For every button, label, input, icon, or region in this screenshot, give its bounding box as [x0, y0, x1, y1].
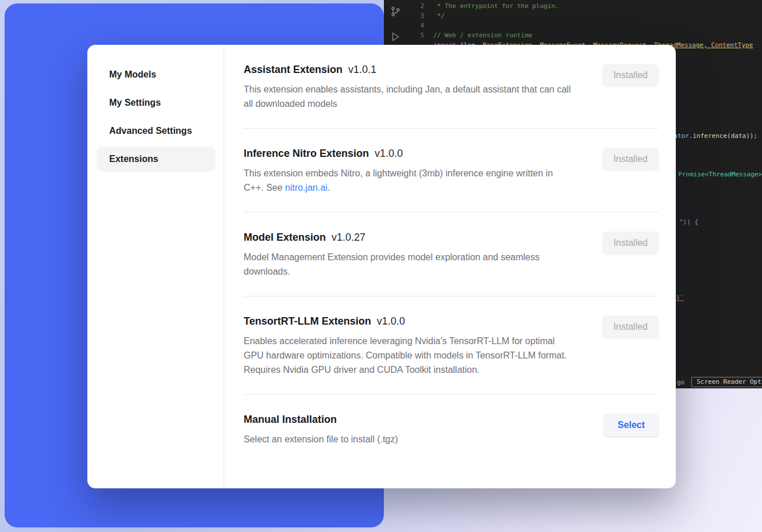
- code-text: * The entrypoint for the plugin.: [433, 1, 559, 11]
- manual-installation-row: Manual Installation Select an extension …: [244, 395, 659, 464]
- desktop-background: 2 * The entrypoint for the plugin. 3 */ …: [0, 0, 762, 532]
- sidebar-item-my-models[interactable]: My Models: [97, 62, 215, 87]
- extension-info: Inference Nitro Extensionv1.0.0 This ext…: [244, 148, 574, 195]
- code-line: 2 * The entrypoint for the plugin.: [411, 1, 753, 11]
- installed-button[interactable]: Installed: [602, 148, 659, 171]
- sidebar-item-my-settings[interactable]: My Settings: [97, 90, 215, 115]
- code-fragment: ")) {: [679, 218, 698, 226]
- extension-row-assistant: Assistant Extensionv1.0.1 This extension…: [244, 45, 659, 129]
- code-line: 5 // Web / extension runtime: [411, 30, 753, 40]
- extension-title: TensortRT-LLM Extension: [244, 315, 371, 327]
- settings-modal: My Models My Settings Advanced Settings …: [87, 45, 676, 488]
- run-icon[interactable]: [390, 31, 401, 43]
- code-text: // Web / extension runtime: [433, 30, 532, 40]
- code-fragment: Promise<ThreadMessage>: [678, 170, 762, 179]
- extension-description: This extension embeds Nitro, a lightweig…: [244, 166, 574, 195]
- code-fragment: rator.inference(data));: [670, 132, 757, 140]
- installed-button[interactable]: Installed: [602, 232, 659, 255]
- code-line: 3 */: [411, 11, 753, 21]
- installed-button[interactable]: Installed: [602, 64, 659, 87]
- editor-gutter-icons: [390, 6, 401, 43]
- line-number: 4: [411, 21, 424, 30]
- extensions-panel: Assistant Extensionv1.0.1 This extension…: [224, 45, 676, 488]
- extension-info: Model Extensionv1.0.27 Model Management …: [244, 232, 574, 279]
- settings-sidebar: My Models My Settings Advanced Settings …: [87, 45, 224, 488]
- extension-description: Model Management Extension provides mode…: [244, 250, 574, 279]
- code-text: */: [433, 11, 445, 21]
- status-item[interactable]: go: [677, 379, 684, 386]
- extension-title: Inference Nitro Extension: [244, 148, 369, 159]
- sidebar-item-extensions[interactable]: Extensions: [97, 147, 215, 172]
- extension-version: v1.0.27: [332, 232, 365, 243]
- extension-description: Enables accelerated inference leveraging…: [244, 334, 574, 377]
- extension-info: Assistant Extensionv1.0.1 This extension…: [244, 64, 574, 111]
- extension-version: v1.0.0: [377, 315, 405, 327]
- select-file-button[interactable]: Select: [604, 414, 659, 437]
- screen-reader-status-chip[interactable]: Screen Reader Optimized: [691, 377, 762, 387]
- description-text: .: [328, 183, 330, 192]
- extension-info: Manual Installation Select an extension …: [244, 414, 398, 446]
- nitro-jan-ai-link[interactable]: nitro.jan.ai: [285, 183, 328, 192]
- extension-row-nitro: Inference Nitro Extensionv1.0.0 This ext…: [244, 129, 659, 213]
- extension-row-model: Model Extensionv1.0.27 Model Management …: [244, 213, 659, 296]
- installed-button[interactable]: Installed: [602, 315, 659, 338]
- extension-description: This extension enables assistants, inclu…: [244, 82, 574, 111]
- extension-row-tensorrt: TensortRT-LLM Extensionv1.0.0 Enables ac…: [244, 296, 659, 395]
- extension-version: v1.0.0: [375, 148, 403, 159]
- line-number: 3: [411, 11, 424, 21]
- manual-installation-description: Select an extension file to install (.tg…: [244, 432, 398, 446]
- source-control-icon[interactable]: [390, 6, 401, 17]
- extension-title: Model Extension: [244, 232, 326, 243]
- manual-installation-title: Manual Installation: [244, 414, 337, 425]
- code-line: 4: [411, 21, 753, 30]
- line-number: 5: [411, 30, 424, 40]
- extension-version: v1.0.1: [348, 64, 376, 75]
- code-lines: 2 * The entrypoint for the plugin. 3 */ …: [411, 1, 753, 50]
- sidebar-item-advanced-settings[interactable]: Advanced Settings: [97, 118, 215, 144]
- line-number: 2: [411, 1, 424, 11]
- extension-title: Assistant Extension: [244, 64, 342, 75]
- extension-info: TensortRT-LLM Extensionv1.0.0 Enables ac…: [244, 315, 574, 377]
